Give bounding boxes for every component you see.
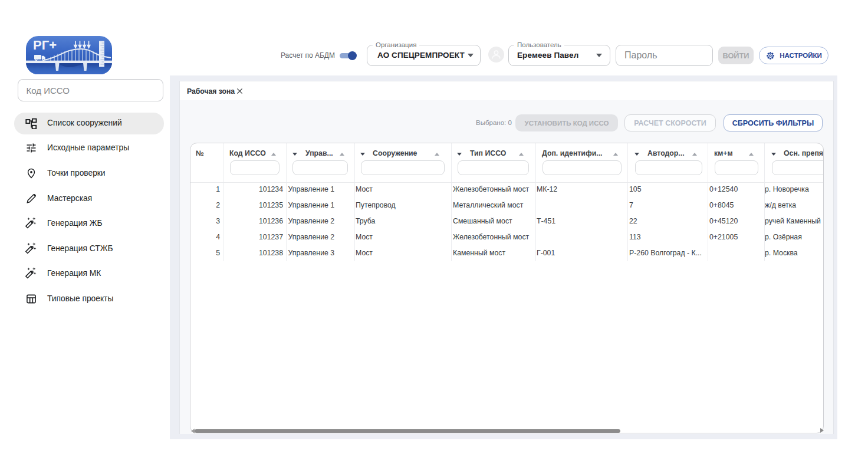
svg-text:РГ+: РГ+ (33, 38, 57, 52)
